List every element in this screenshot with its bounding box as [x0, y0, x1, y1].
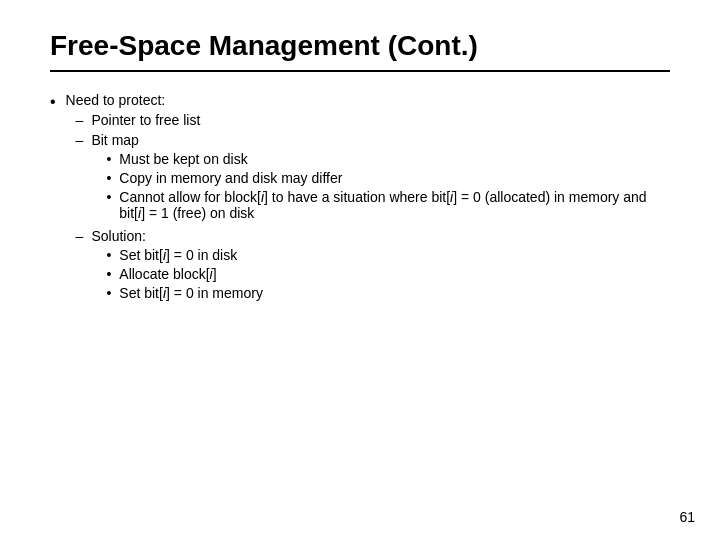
- small-bullet-icon-4: •: [106, 247, 111, 263]
- dash-icon-3: –: [76, 228, 84, 244]
- small-bullet-icon-6: •: [106, 285, 111, 301]
- small-bullet-icon-2: •: [106, 170, 111, 186]
- main-bullet-label: Need to protect:: [66, 92, 166, 108]
- sub-item-pointer: – Pointer to free list: [76, 112, 670, 128]
- solution-item-1-label: Set bit[i] = 0 in disk: [119, 247, 237, 263]
- small-bullet-icon-5: •: [106, 266, 111, 282]
- bitmap-item-2-label: Copy in memory and disk may differ: [119, 170, 342, 186]
- solution-item-2: • Allocate block[i]: [106, 266, 670, 282]
- bitmap-sub-list: • Must be kept on disk • Copy in memory …: [106, 151, 670, 221]
- sub-item-pointer-label: Pointer to free list: [91, 112, 670, 128]
- dash-icon: –: [76, 112, 84, 128]
- sub-item-bitmap: – Bit map • Must be kept on disk •: [76, 132, 670, 224]
- sub-list: – Pointer to free list – Bit map •: [76, 112, 670, 304]
- small-bullet-icon-3: •: [106, 189, 111, 205]
- bullet-icon: •: [50, 93, 56, 111]
- dash-icon-2: –: [76, 132, 84, 148]
- page-number: 61: [679, 509, 695, 525]
- bitmap-item-2: • Copy in memory and disk may differ: [106, 170, 670, 186]
- sub-item-solution-content: Solution: • Set bit[i] = 0 in disk • All…: [91, 228, 670, 304]
- slide-content: • Need to protect: – Pointer to free lis…: [50, 92, 670, 308]
- slide: Free-Space Management (Cont.) • Need to …: [0, 0, 720, 540]
- solution-item-2-label: Allocate block[i]: [119, 266, 216, 282]
- solution-item-3-label: Set bit[i] = 0 in memory: [119, 285, 263, 301]
- solution-item-3: • Set bit[i] = 0 in memory: [106, 285, 670, 301]
- small-bullet-icon-1: •: [106, 151, 111, 167]
- main-bullet-content: Need to protect: – Pointer to free list …: [66, 92, 670, 308]
- sub-item-solution: – Solution: • Set bit[i] = 0 in disk •: [76, 228, 670, 304]
- main-bullet-item: • Need to protect: – Pointer to free lis…: [50, 92, 670, 308]
- solution-item-1: • Set bit[i] = 0 in disk: [106, 247, 670, 263]
- bitmap-item-3: • Cannot allow for block[i] to have a si…: [106, 189, 670, 221]
- bitmap-item-1: • Must be kept on disk: [106, 151, 670, 167]
- bitmap-item-1-label: Must be kept on disk: [119, 151, 247, 167]
- bitmap-item-3-label: Cannot allow for block[i] to have a situ…: [119, 189, 670, 221]
- sub-item-bitmap-content: Bit map • Must be kept on disk • Copy in…: [91, 132, 670, 224]
- solution-sub-list: • Set bit[i] = 0 in disk • Allocate bloc…: [106, 247, 670, 301]
- slide-title: Free-Space Management (Cont.): [50, 30, 670, 72]
